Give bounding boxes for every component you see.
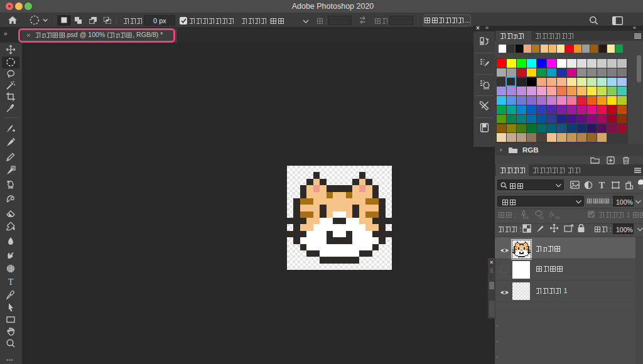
svg-text:T: T bbox=[599, 181, 605, 190]
svg-text:oo: oo bbox=[555, 215, 560, 220]
svg-text:T: T bbox=[8, 277, 13, 287]
svg-text:fx: fx bbox=[549, 210, 554, 218]
svg-text:oo: oo bbox=[539, 215, 544, 220]
svg-text:oo: oo bbox=[525, 215, 529, 220]
